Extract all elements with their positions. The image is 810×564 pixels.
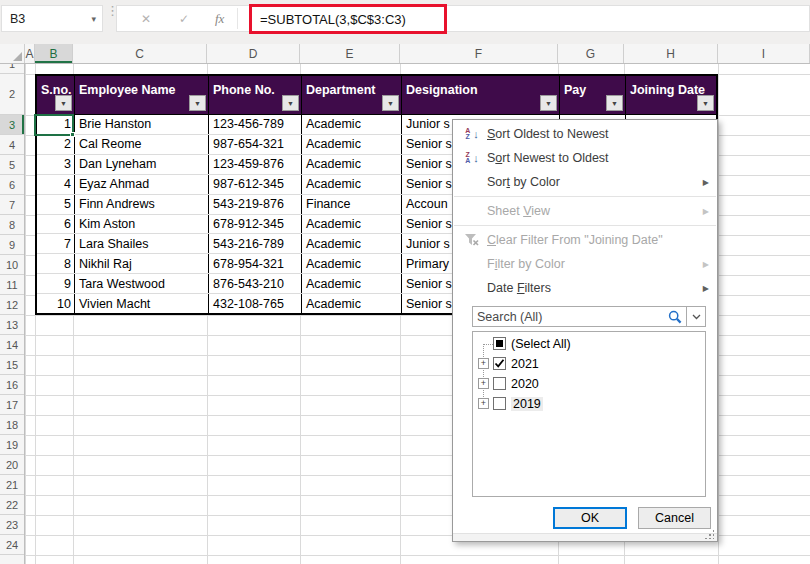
fill-handle[interactable]	[70, 132, 75, 137]
cell-phone[interactable]: 876-543-210	[209, 274, 302, 293]
row-header-13[interactable]: 13	[0, 315, 24, 335]
cell-name[interactable]: Vivien Macht	[75, 294, 209, 313]
cell-phone[interactable]: 543-219-876	[209, 195, 302, 214]
formula-enter-icon[interactable]: ✓	[179, 6, 189, 31]
column-header-H[interactable]: H	[624, 44, 718, 63]
row-header-1[interactable]: 1	[0, 64, 24, 74]
cell-sno[interactable]: 3	[37, 155, 75, 174]
filter-button-joining-date[interactable]: ▼	[697, 95, 714, 111]
row-header-12[interactable]: 12	[0, 295, 24, 315]
cell-name[interactable]: Lara Shailes	[75, 234, 209, 253]
ok-button[interactable]: OK	[553, 507, 627, 529]
row-header-17[interactable]: 17	[0, 395, 24, 415]
row-header-10[interactable]: 10	[0, 255, 24, 275]
menu-item-sort-by-color[interactable]: Sort by Color▶	[453, 170, 717, 194]
checkbox-select-all[interactable]	[493, 337, 506, 350]
cell-sno[interactable]: 7	[37, 234, 75, 253]
name-box[interactable]: B3 ▾	[1, 5, 103, 32]
cell-name[interactable]: Tara Westwood	[75, 274, 209, 293]
cell-department[interactable]: Academic	[302, 155, 402, 174]
cell-name[interactable]: Kim Aston	[75, 215, 209, 234]
cancel-button[interactable]: Cancel	[638, 507, 711, 529]
cell-sno[interactable]: 6	[37, 215, 75, 234]
cell-phone[interactable]: 123-459-876	[209, 155, 302, 174]
row-header-20[interactable]: 20	[0, 455, 24, 475]
row-header-16[interactable]: 16	[0, 375, 24, 395]
cell-name[interactable]: Finn Andrews	[75, 195, 209, 214]
row-header-14[interactable]: 14	[0, 335, 24, 355]
tree-item-select-all[interactable]: (Select All)	[473, 334, 705, 354]
cell-phone[interactable]: 432-108-765	[209, 294, 302, 313]
filter-button-phone-no[interactable]: ▼	[282, 95, 299, 111]
cell-sno[interactable]: 10	[37, 294, 75, 313]
row-header-15[interactable]: 15	[0, 355, 24, 375]
expand-icon[interactable]: +	[478, 398, 489, 409]
tree-item-2019[interactable]: +2019	[473, 394, 705, 414]
cell-department[interactable]: Academic	[302, 175, 402, 194]
row-header-21[interactable]: 21	[0, 475, 24, 495]
menu-item-sort-oldest-to-newest[interactable]: AZ↓Sort Oldest to Newest	[453, 122, 717, 146]
menu-item-date-filters[interactable]: Date Filters▶	[453, 276, 717, 300]
cell-sno[interactable]: 9	[37, 274, 75, 293]
cell-phone[interactable]: 678-954-321	[209, 254, 302, 273]
row-header-5[interactable]: 5	[0, 155, 24, 175]
insert-function-icon[interactable]: fx	[215, 6, 224, 31]
cell-department[interactable]: Academic	[302, 115, 402, 134]
row-header-19[interactable]: 19	[0, 435, 24, 455]
row-header-2[interactable]: 2	[0, 74, 24, 115]
checkbox-2021[interactable]	[493, 357, 506, 370]
cell-name[interactable]: Brie Hanston	[75, 115, 209, 134]
column-header-I[interactable]: I	[718, 44, 810, 63]
cell-department[interactable]: Finance	[302, 195, 402, 214]
column-header-A[interactable]: A	[25, 44, 35, 63]
filter-button-s-no[interactable]: ▼	[55, 95, 72, 111]
cell-name[interactable]: Eyaz Ahmad	[75, 175, 209, 194]
select-all-corner[interactable]	[0, 44, 25, 63]
filter-button-employee-name[interactable]: ▼	[189, 95, 206, 111]
expand-icon[interactable]: +	[478, 358, 489, 369]
cell-department[interactable]: Academic	[302, 234, 402, 253]
row-header-7[interactable]: 7	[0, 195, 24, 215]
row-header-18[interactable]: 18	[0, 415, 24, 435]
row-header-9[interactable]: 9	[0, 235, 24, 255]
menu-item-sort-newest-to-oldest[interactable]: ZA↓Sort Newest to Oldest	[453, 146, 717, 170]
row-header-11[interactable]: 11	[0, 275, 24, 295]
name-box-dropdown-icon[interactable]: ▾	[91, 14, 102, 24]
row-header-23[interactable]: 23	[0, 515, 24, 535]
cell-name[interactable]: Cal Reome	[75, 135, 209, 154]
column-header-C[interactable]: C	[73, 44, 207, 63]
column-header-D[interactable]: D	[207, 44, 300, 63]
row-header-22[interactable]: 22	[0, 495, 24, 515]
row-header-6[interactable]: 6	[0, 175, 24, 195]
checkbox-2019[interactable]	[493, 397, 506, 410]
search-dropdown-button[interactable]	[686, 307, 705, 326]
cell-sno[interactable]: 4	[37, 175, 75, 194]
column-header-B[interactable]: B	[35, 44, 73, 63]
active-cell-selection[interactable]	[34, 114, 74, 136]
cell-phone[interactable]: 678-912-345	[209, 215, 302, 234]
cell-department[interactable]: Academic	[302, 274, 402, 293]
cell-phone[interactable]: 987-654-321	[209, 135, 302, 154]
formula-text[interactable]: =SUBTOTAL(3,$C$3:C3)	[252, 12, 406, 27]
filter-button-designation[interactable]: ▼	[540, 95, 557, 111]
menu-item-sheet-view[interactable]: Sheet View▶	[453, 199, 717, 223]
tree-item-2020[interactable]: +2020	[473, 374, 705, 394]
cell-department[interactable]: Academic	[302, 254, 402, 273]
cell-sno[interactable]: 2	[37, 135, 75, 154]
filter-button-pay[interactable]: ▼	[606, 95, 623, 111]
formula-cancel-icon[interactable]: ✕	[141, 6, 151, 31]
cell-department[interactable]: Academic	[302, 294, 402, 313]
cell-name[interactable]: Dan Lyneham	[75, 155, 209, 174]
row-header-24[interactable]: 24	[0, 535, 24, 555]
cell-phone[interactable]: 987-612-345	[209, 175, 302, 194]
menu-item-clear-filter[interactable]: Clear Filter From "Joining Date"	[453, 228, 717, 252]
row-header-3[interactable]: 3	[0, 115, 24, 135]
expand-icon[interactable]: +	[478, 378, 489, 389]
formula-bar[interactable]: ✕ ✓ fx	[116, 5, 810, 32]
row-header-8[interactable]: 8	[0, 215, 24, 235]
tree-item-2021[interactable]: +2021	[473, 354, 705, 374]
resize-grip[interactable]	[704, 529, 714, 539]
column-header-F[interactable]: F	[400, 44, 558, 63]
menu-item-filter-by-color[interactable]: Filter by Color▶	[453, 252, 717, 276]
cell-department[interactable]: Academic	[302, 135, 402, 154]
